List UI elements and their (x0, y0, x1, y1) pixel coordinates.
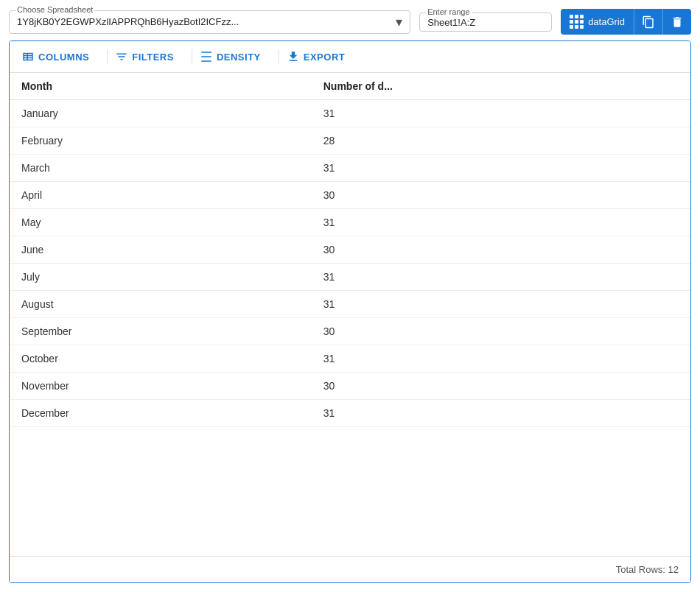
columns-icon (21, 50, 35, 63)
cell-days: 28 (312, 127, 690, 155)
total-rows: Total Rows: 12 (616, 564, 679, 575)
cell-month: October (10, 345, 312, 373)
table-header-row: Month Number of d... (10, 73, 690, 100)
chevron-down-icon: ▾ (396, 14, 402, 30)
range-input[interactable]: Enter range Sheet1!A:Z (419, 13, 552, 32)
density-icon (200, 50, 213, 63)
spreadsheet-label: Choose Spreadsheet (15, 5, 94, 14)
cell-month: April (10, 182, 312, 209)
cell-month: February (10, 127, 312, 155)
spreadsheet-value: 1Y8jKB0Y2EGWPXzlIAPPRQhB6HyazBotI2ICFzz.… (17, 16, 239, 27)
datagrid-btn-group: dataGrid (561, 9, 691, 35)
cell-days: 30 (312, 236, 690, 264)
cell-days: 31 (312, 345, 690, 373)
cell-month: March (10, 155, 312, 182)
cell-days: 31 (312, 209, 690, 236)
filters-button[interactable]: FILTERS (115, 47, 184, 66)
main-card: COLUMNS FILTERS DENSITY EX (9, 40, 691, 583)
spreadsheet-select[interactable]: Choose Spreadsheet 1Y8jKB0Y2EGWPXzlIAPPR… (9, 10, 410, 34)
filters-icon (115, 50, 128, 63)
table-row: November30 (10, 373, 690, 400)
table-row: October31 (10, 345, 690, 373)
grid-icon (570, 15, 584, 29)
cell-days: 31 (312, 155, 690, 182)
cell-month: August (10, 291, 312, 318)
col-header-days: Number of d... (312, 73, 690, 100)
cell-month: May (10, 209, 312, 236)
divider-3 (279, 49, 279, 64)
cell-month: September (10, 318, 312, 345)
cell-days: 31 (312, 100, 690, 127)
density-label: DENSITY (217, 52, 261, 63)
table-row: May31 (10, 209, 690, 236)
toolbar: COLUMNS FILTERS DENSITY EX (10, 41, 690, 73)
table-row: June30 (10, 236, 690, 264)
table-footer: Total Rows: 12 (10, 556, 690, 582)
cell-days: 30 (312, 373, 690, 400)
copy-icon (642, 15, 655, 29)
table-row: February28 (10, 127, 690, 155)
table-row: July31 (10, 264, 690, 291)
table-row: March31 (10, 155, 690, 182)
cell-month: December (10, 400, 312, 427)
divider-1 (107, 49, 108, 64)
table-row: January31 (10, 100, 690, 127)
delete-button[interactable] (662, 9, 691, 35)
range-value: Sheet1!A:Z (427, 17, 475, 28)
cell-month: November (10, 373, 312, 400)
table-row: April30 (10, 182, 690, 209)
app-container: Choose Spreadsheet 1Y8jKB0Y2EGWPXzlIAPPR… (0, 0, 700, 592)
export-button[interactable]: EXPORT (287, 47, 355, 66)
cell-month: June (10, 236, 312, 264)
cell-days: 31 (312, 400, 690, 427)
cell-days: 31 (312, 291, 690, 318)
col-header-month: Month (10, 73, 312, 100)
data-table: Month Number of d... January31February28… (10, 73, 690, 427)
cell-month: July (10, 264, 312, 291)
table-row: December31 (10, 400, 690, 427)
cell-days: 31 (312, 264, 690, 291)
cell-days: 30 (312, 318, 690, 345)
top-bar: Choose Spreadsheet 1Y8jKB0Y2EGWPXzlIAPPR… (9, 9, 691, 35)
delete-icon (671, 15, 684, 29)
datagrid-label: dataGrid (588, 16, 625, 27)
columns-button[interactable]: COLUMNS (21, 47, 99, 66)
export-label: EXPORT (304, 52, 345, 63)
filters-label: FILTERS (132, 52, 174, 63)
cell-month: January (10, 100, 312, 127)
table-wrapper: Month Number of d... January31February28… (10, 73, 690, 556)
range-label: Enter range (426, 7, 471, 16)
export-icon (287, 50, 300, 63)
copy-button[interactable] (634, 9, 662, 35)
cell-days: 30 (312, 182, 690, 209)
table-row: September30 (10, 318, 690, 345)
columns-label: COLUMNS (38, 52, 89, 63)
datagrid-button[interactable]: dataGrid (561, 9, 634, 35)
table-row: August31 (10, 291, 690, 318)
divider-2 (192, 49, 192, 64)
density-button[interactable]: DENSITY (200, 47, 271, 66)
